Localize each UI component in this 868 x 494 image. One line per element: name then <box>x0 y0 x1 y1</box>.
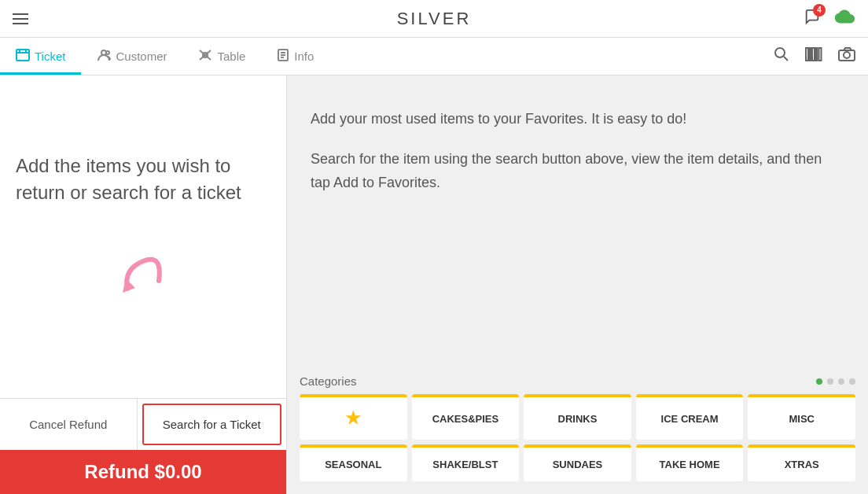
tab-info-label: Info <box>294 50 314 63</box>
ticket-icon <box>16 49 30 65</box>
tab-ticket-label: Ticket <box>35 50 65 63</box>
tab-ticket[interactable]: Ticket <box>0 38 81 75</box>
camera-icon[interactable] <box>838 47 855 65</box>
svg-point-13 <box>775 48 785 57</box>
top-bar-right: 4 <box>804 8 855 30</box>
customer-icon <box>97 49 111 65</box>
return-message: Add the items you wish to return or sear… <box>16 153 270 205</box>
category-takehome-button[interactable]: TAKE HOME <box>636 444 744 481</box>
left-panel: Add the items you wish to return or sear… <box>0 76 287 494</box>
tab-table[interactable]: Table <box>182 38 261 75</box>
refund-button[interactable]: Refund $0.00 <box>0 450 286 494</box>
svg-rect-17 <box>812 48 815 61</box>
notifications-icon[interactable]: 4 <box>804 9 821 29</box>
category-drinks-button[interactable]: DRINKS <box>524 394 631 440</box>
categories-header: Categories <box>300 368 855 394</box>
barcode-icon[interactable] <box>805 47 822 65</box>
category-row-2: SEASONAL SHAKE/BLST SUNDAES TAKE HOME XT… <box>300 444 855 481</box>
info-icon <box>277 49 289 65</box>
top-bar-left <box>13 13 28 24</box>
hamburger-menu-icon[interactable] <box>13 13 28 24</box>
category-sundaes-button[interactable]: SUNDAES <box>524 444 631 481</box>
svg-rect-18 <box>816 48 818 61</box>
svg-point-21 <box>844 52 850 58</box>
svg-line-14 <box>784 57 788 61</box>
favorites-message: Add your most used items to your Favorit… <box>287 76 868 368</box>
svg-rect-15 <box>806 48 808 61</box>
svg-rect-16 <box>810 48 811 61</box>
main-content: Add the items you wish to return or sear… <box>0 76 868 494</box>
svg-point-5 <box>106 51 109 54</box>
refund-label: Refund $ <box>84 461 165 482</box>
tab-customer-label: Customer <box>116 50 167 63</box>
cancel-refund-button[interactable]: Cancel Refund <box>0 399 138 450</box>
nav-tabs: Ticket Customer Table <box>0 38 868 76</box>
app-title: SILVER <box>397 9 472 29</box>
tab-info[interactable]: Info <box>261 38 329 75</box>
silver-logo-text: SILVER <box>397 9 472 28</box>
top-bar: SILVER 4 <box>0 0 868 38</box>
refund-amount: 0.00 <box>165 461 202 482</box>
category-shake-button[interactable]: SHAKE/BLST <box>412 444 520 481</box>
tab-table-label: Table <box>217 50 245 63</box>
categories-section: Categories ★ CAKES&PIES DRINKS ICE CREAM… <box>287 368 868 494</box>
dot-4 <box>849 378 855 385</box>
table-icon <box>198 49 212 65</box>
category-seasonal-button[interactable]: SEASONAL <box>300 444 407 481</box>
svg-rect-19 <box>819 48 822 61</box>
category-misc-button[interactable]: MISC <box>748 394 855 440</box>
dot-indicators <box>816 378 855 385</box>
left-panel-body: Add the items you wish to return or sear… <box>0 76 286 398</box>
categories-label: Categories <box>300 374 357 388</box>
category-cakes-button[interactable]: CAKES&PIES <box>412 394 520 440</box>
dot-2 <box>827 378 833 385</box>
search-nav-icon[interactable] <box>774 46 789 66</box>
notification-badge: 4 <box>813 4 826 17</box>
category-favorites-button[interactable]: ★ <box>300 394 407 440</box>
svg-rect-0 <box>17 50 29 61</box>
cloud-sync-icon[interactable] <box>833 8 855 30</box>
nav-right-icons <box>774 46 868 66</box>
undo-icon <box>112 245 175 321</box>
dot-1 <box>816 378 822 385</box>
favorites-line1: Add your most used items to your Favorit… <box>311 107 844 131</box>
category-ice-cream-button[interactable]: ICE CREAM <box>636 394 744 440</box>
category-row-1: ★ CAKES&PIES DRINKS ICE CREAM MISC <box>300 394 855 440</box>
dot-3 <box>838 378 844 385</box>
search-ticket-button[interactable]: Search for a Ticket <box>142 404 282 445</box>
tab-customer[interactable]: Customer <box>81 38 182 75</box>
category-xtras-button[interactable]: XTRAS <box>748 444 855 481</box>
favorites-line2: Search for the item using the search but… <box>311 147 844 195</box>
right-panel: Add your most used items to your Favorit… <box>287 76 868 494</box>
left-panel-buttons: Cancel Refund Search for a Ticket <box>0 398 286 450</box>
